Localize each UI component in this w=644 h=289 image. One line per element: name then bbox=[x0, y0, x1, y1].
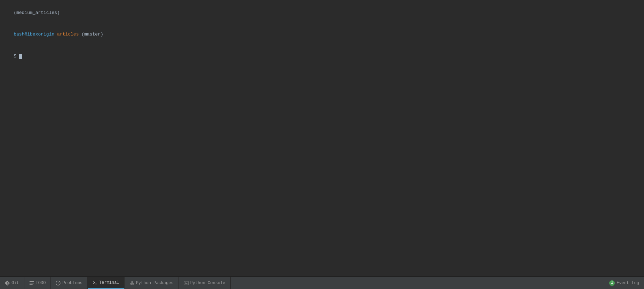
event-log-label: Event Log bbox=[617, 281, 639, 286]
tab-git[interactable]: Git bbox=[0, 277, 24, 289]
terminal-cursor bbox=[19, 54, 22, 59]
tab-python-packages[interactable]: Python Packages bbox=[125, 277, 179, 289]
svg-rect-5 bbox=[58, 284, 58, 284]
tab-todo-label: TODO bbox=[36, 281, 46, 286]
terminal-text-directory: articles bbox=[54, 32, 79, 37]
terminal-icon bbox=[93, 280, 97, 285]
svg-rect-7 bbox=[130, 283, 131, 284]
packages-icon bbox=[129, 281, 134, 286]
terminal-line-2: bash@ibexorigin articles (master) bbox=[3, 24, 641, 45]
terminal-area[interactable]: (medium_articles) bash@ibexorigin articl… bbox=[0, 0, 644, 276]
tab-problems-label: Problems bbox=[62, 281, 82, 286]
terminal-prompt: $ bbox=[14, 54, 19, 59]
event-log[interactable]: 1 Event Log bbox=[604, 277, 644, 289]
tab-git-label: Git bbox=[11, 281, 19, 286]
tab-group: Git TODO Problems bbox=[0, 277, 231, 289]
terminal-text-bash-user: bash@ibexorigin bbox=[14, 32, 54, 37]
terminal-line-3: $ bbox=[3, 46, 641, 67]
tab-terminal-label: Terminal bbox=[99, 280, 119, 285]
event-log-badge: 1 bbox=[609, 280, 615, 286]
tab-python-packages-label: Python Packages bbox=[136, 281, 174, 286]
terminal-text-branch: (master) bbox=[79, 32, 103, 37]
tab-problems[interactable]: Problems bbox=[51, 277, 88, 289]
git-icon bbox=[5, 281, 10, 286]
svg-rect-4 bbox=[58, 282, 58, 283]
tab-todo[interactable]: TODO bbox=[24, 277, 51, 289]
terminal-text-medium-articles: (medium_articles) bbox=[14, 10, 60, 15]
svg-rect-8 bbox=[132, 283, 134, 284]
terminal-line-1: (medium_articles) bbox=[3, 2, 641, 24]
svg-rect-0 bbox=[29, 281, 33, 282]
console-icon bbox=[184, 281, 189, 286]
svg-rect-1 bbox=[29, 283, 33, 283]
tab-terminal[interactable]: Terminal bbox=[88, 277, 125, 289]
tab-python-console[interactable]: Python Console bbox=[179, 277, 231, 289]
tab-python-console-label: Python Console bbox=[190, 281, 225, 286]
svg-rect-2 bbox=[29, 284, 32, 285]
todo-icon bbox=[29, 281, 34, 286]
svg-rect-9 bbox=[131, 281, 132, 282]
problems-icon bbox=[56, 281, 61, 286]
bottom-bar: Git TODO Problems bbox=[0, 276, 644, 289]
